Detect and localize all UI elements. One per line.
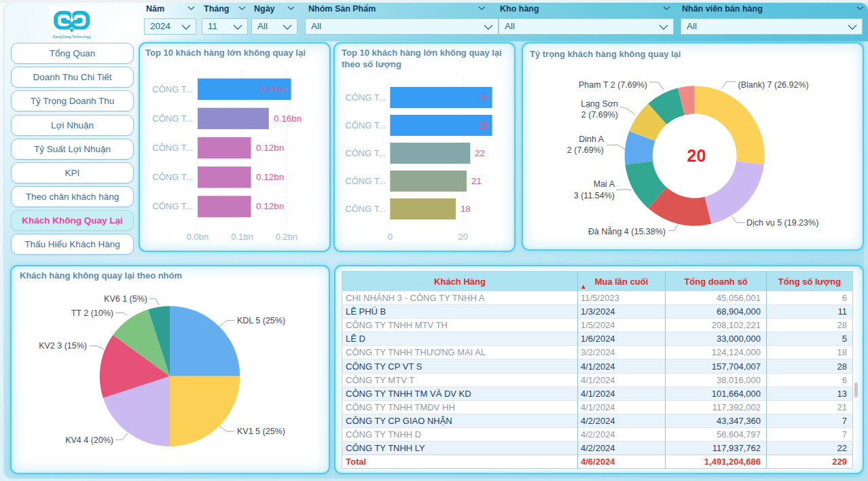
svg-text:KV2 3 (15%): KV2 3 (15%) bbox=[39, 341, 87, 351]
svg-text:TT 2 (10%): TT 2 (10%) bbox=[71, 308, 113, 318]
svg-text:0.12bn: 0.12bn bbox=[256, 143, 284, 153]
svg-text:Khách hàng không quay lại theo: Khách hàng không quay lại theo nhóm bbox=[20, 270, 182, 281]
svg-text:CÔNG T...: CÔNG T... bbox=[345, 176, 386, 186]
svg-text:CÔNG T...: CÔNG T... bbox=[345, 204, 386, 214]
svg-text:28: 28 bbox=[478, 92, 488, 103]
svg-text:CÔNG T...: CÔNG T... bbox=[152, 113, 193, 124]
svg-text:2 (7.69%): 2 (7.69%) bbox=[581, 110, 618, 120]
svg-text:KV1 5 (25%): KV1 5 (25%) bbox=[237, 427, 285, 436]
svg-text:Lạng Sơn: Lạng Sơn bbox=[581, 99, 618, 109]
svg-text:0.16bn: 0.16bn bbox=[274, 113, 302, 124]
svg-text:0.12bn: 0.12bn bbox=[256, 201, 284, 211]
svg-text:0.0bn: 0.0bn bbox=[187, 232, 209, 242]
svg-text:Top 10 khách hàng lớn không qu: Top 10 khách hàng lớn không quay lại bbox=[145, 48, 306, 58]
svg-text:0.12bn: 0.12bn bbox=[256, 172, 284, 182]
svg-text:22: 22 bbox=[475, 148, 485, 158]
svg-text:(Blank) 7 (26.92%): (Blank) 7 (26.92%) bbox=[738, 80, 809, 90]
svg-text:CÔNG T...: CÔNG T... bbox=[152, 201, 193, 211]
svg-text:0: 0 bbox=[388, 232, 393, 242]
svg-text:20: 20 bbox=[687, 146, 706, 165]
svg-text:Đà Nẵng 4 (15.38%): Đà Nẵng 4 (15.38%) bbox=[588, 226, 666, 236]
svg-text:KDL 5 (25%): KDL 5 (25%) bbox=[237, 316, 285, 325]
svg-text:20: 20 bbox=[458, 232, 467, 242]
svg-text:CÔNG T...: CÔNG T... bbox=[152, 84, 193, 94]
svg-text:Top 10 khách hàng lớn không qu: Top 10 khách hàng lớn không quay lại bbox=[342, 48, 502, 58]
svg-text:21: 21 bbox=[471, 176, 482, 186]
svg-text:CÔNG T...: CÔNG T... bbox=[345, 120, 386, 130]
svg-text:CÔNG T...: CÔNG T... bbox=[152, 172, 193, 182]
svg-text:KV4 4 (20%): KV4 4 (20%) bbox=[65, 435, 113, 445]
svg-text:2 (7.69%): 2 (7.69%) bbox=[567, 145, 604, 155]
svg-text:Tỷ trọng khách hàng không quay: Tỷ trọng khách hàng không quay lại bbox=[530, 49, 681, 59]
svg-text:3 (11.54%): 3 (11.54%) bbox=[574, 191, 615, 200]
svg-text:Pham T 2 (7.69%): Pham T 2 (7.69%) bbox=[579, 80, 647, 90]
svg-text:CÔNG T...: CÔNG T... bbox=[152, 143, 193, 153]
svg-text:18: 18 bbox=[460, 204, 471, 214]
svg-text:Dinh A: Dinh A bbox=[579, 135, 604, 144]
svg-text:Dịch vụ 5 (19.23%): Dịch vụ 5 (19.23%) bbox=[746, 218, 818, 228]
svg-text:CÔNG T...: CÔNG T... bbox=[345, 92, 386, 103]
svg-text:0.21bn: 0.21bn bbox=[259, 84, 287, 94]
svg-text:theo số lượng: theo số lượng bbox=[342, 59, 401, 69]
svg-text:Gang Gang Technology: Gang Gang Technology bbox=[53, 35, 91, 39]
svg-text:28: 28 bbox=[478, 120, 488, 130]
svg-text:KV6 1 (5%): KV6 1 (5%) bbox=[104, 294, 147, 304]
svg-text:0.1bn: 0.1bn bbox=[231, 232, 253, 242]
svg-text:0.2bn: 0.2bn bbox=[276, 232, 298, 242]
svg-text:CÔNG T...: CÔNG T... bbox=[345, 148, 386, 158]
svg-text:Mai A: Mai A bbox=[594, 179, 615, 189]
